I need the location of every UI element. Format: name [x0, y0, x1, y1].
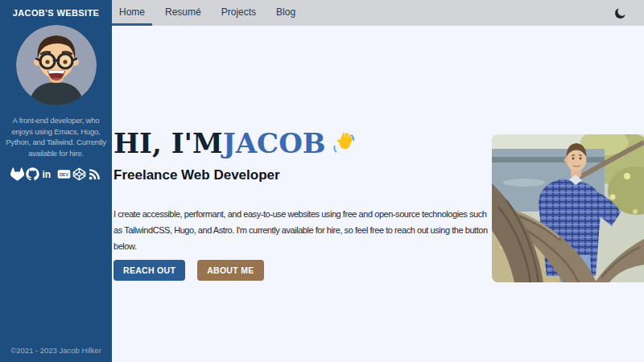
reach-out-button[interactable]: REACH OUT	[114, 260, 185, 281]
linkedin-icon[interactable]: in	[41, 167, 55, 181]
gitlab-icon[interactable]	[10, 167, 24, 181]
greeting-prefix: HI, I'M	[114, 127, 223, 159]
top-nav: Home Resumé Projects Blog	[112, 0, 644, 26]
svg-text:in: in	[43, 169, 52, 180]
hero-description: I create accessible, performant, and eas…	[114, 206, 492, 254]
social-links: in DEV	[10, 167, 102, 181]
nav-item-home[interactable]: Home	[112, 0, 152, 26]
greeting-name: JACOB	[223, 127, 326, 159]
main-content: HI, I'M JACOB Freelance Web Developer	[112, 26, 644, 362]
site-title: JACOB'S WEBSITE	[13, 8, 100, 18]
nav-item-blog[interactable]: Blog	[269, 0, 303, 26]
github-icon[interactable]	[26, 167, 39, 181]
avatar-illustration	[16, 25, 97, 105]
nav-item-projects[interactable]: Projects	[214, 0, 263, 26]
moon-icon	[613, 6, 627, 20]
avatar	[16, 25, 97, 105]
portrait-photo	[492, 134, 644, 282]
sidebar: JACOB'S WEBSITE	[0, 0, 112, 362]
rss-icon[interactable]	[88, 167, 101, 181]
hero-buttons: REACH OUT ABOUT ME	[114, 260, 492, 281]
hero-heading: HI, I'M JACOB	[114, 127, 492, 159]
codepen-icon[interactable]	[72, 167, 86, 181]
nav-item-resume[interactable]: Resumé	[158, 0, 208, 26]
page: JACOB'S WEBSITE	[0, 0, 644, 362]
main-column: Home Resumé Projects Blog HI, I'M JACOB	[112, 0, 644, 362]
about-me-button[interactable]: ABOUT ME	[197, 260, 263, 281]
waving-hand-icon	[332, 131, 356, 155]
svg-text:DEV: DEV	[60, 172, 68, 177]
copyright: ©2021 - 2023 Jacob Hilker	[10, 346, 101, 355]
dark-mode-toggle[interactable]	[613, 6, 628, 20]
dev-icon[interactable]: DEV	[57, 167, 71, 181]
sidebar-bio: A front-end developer, who enjoys using …	[5, 115, 107, 158]
hero-section: HI, I'M JACOB Freelance Web Developer	[114, 127, 492, 281]
hero-subtitle: Freelance Web Developer	[114, 166, 492, 185]
